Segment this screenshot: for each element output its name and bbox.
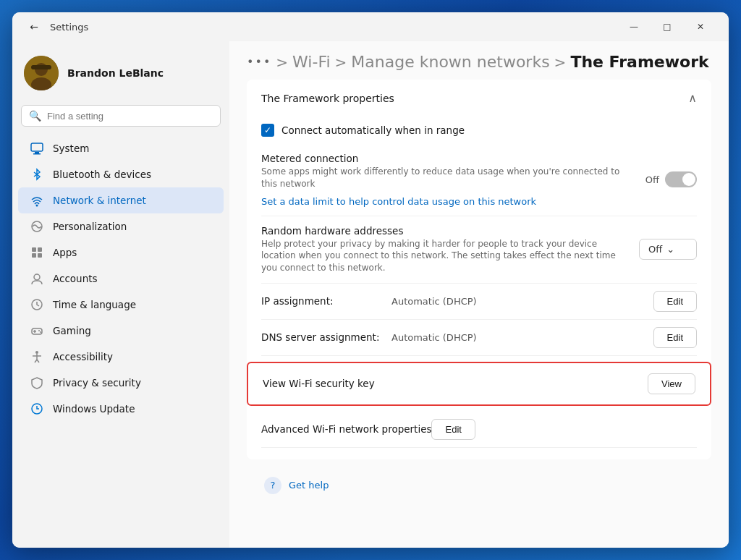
panel-title: The Framework properties: [261, 93, 394, 104]
network-icon: [30, 193, 44, 208]
random-hw-desc: Help protect your privacy by making it h…: [261, 238, 630, 274]
random-hw-info: Random hardware addresses Help protect y…: [261, 225, 630, 274]
random-hw-dropdown[interactable]: Off ⌄: [639, 239, 697, 260]
sidebar-label-privacy: Privacy & security: [53, 377, 141, 389]
apps-icon: [30, 245, 44, 260]
personalization-icon: [30, 219, 44, 234]
avatar[interactable]: [24, 56, 59, 90]
sidebar: Brandon LeBlanc 🔍 System Bluetooth & dev…: [12, 41, 229, 548]
panels-area: The Framework properties ∧ ✓ Connect aut…: [229, 80, 729, 523]
advanced-wifi-label: Advanced Wi-Fi network properties: [261, 423, 431, 435]
svg-rect-10: [32, 247, 36, 252]
settings-window: ← Settings — □ ✕ Brandon LeB: [12, 12, 729, 548]
breadcrumb-current: The Framework: [570, 53, 708, 71]
svg-point-20: [40, 331, 41, 333]
sidebar-label-accessibility: Accessibility: [53, 351, 113, 362]
breadcrumb-sep1: >: [276, 54, 288, 71]
panel-header[interactable]: The Framework properties ∧: [247, 80, 711, 116]
system-icon: [30, 141, 44, 156]
sidebar-label-time: Time & language: [53, 299, 136, 310]
random-hw-label: Random hardware addresses: [261, 225, 630, 237]
random-hw-row: Random hardware addresses Help protect y…: [261, 216, 697, 284]
sidebar-label-personalization: Personalization: [53, 221, 127, 232]
data-limit-link[interactable]: Set a data limit to help control data us…: [261, 196, 637, 207]
main-layout: Brandon LeBlanc 🔍 System Bluetooth & dev…: [12, 41, 729, 548]
search-icon: 🔍: [29, 110, 41, 122]
svg-rect-11: [38, 247, 42, 252]
get-help-section: ? Get help: [247, 465, 711, 506]
dns-label: DNS server assignment:: [261, 331, 391, 343]
time-icon: [30, 297, 44, 312]
sidebar-item-system[interactable]: System: [18, 135, 224, 161]
accounts-icon: [30, 271, 44, 286]
ip-value: Automatic (DHCP): [391, 296, 653, 307]
window-controls: — □ ✕: [617, 15, 717, 38]
checkmark-icon: ✓: [264, 125, 271, 135]
svg-rect-5: [31, 143, 43, 151]
svg-point-14: [34, 274, 40, 280]
sidebar-item-personalization[interactable]: Personalization: [18, 213, 224, 239]
wifi-key-view-button[interactable]: View: [648, 373, 695, 394]
breadcrumb-wifi[interactable]: Wi-Fi: [292, 53, 331, 71]
svg-point-21: [35, 351, 38, 354]
sidebar-item-network[interactable]: Network & internet: [18, 187, 224, 213]
ip-edit-button[interactable]: Edit: [653, 291, 697, 312]
breadcrumb-sep3: >: [554, 54, 567, 71]
chevron-up-icon: ∧: [688, 91, 697, 105]
framework-properties-panel: The Framework properties ∧ ✓ Connect aut…: [247, 80, 711, 459]
app-title: Settings: [50, 22, 88, 33]
sidebar-item-gaming[interactable]: Gaming: [18, 318, 224, 344]
sidebar-item-apps[interactable]: Apps: [18, 239, 224, 266]
breadcrumb-sep2: >: [335, 54, 347, 71]
metered-info: Metered connection Some apps might work …: [261, 153, 637, 207]
svg-rect-12: [32, 253, 36, 258]
user-section: Brandon LeBlanc: [12, 47, 229, 105]
sidebar-label-gaming: Gaming: [53, 325, 91, 336]
update-icon: [30, 402, 44, 416]
advanced-wifi-row: Advanced Wi-Fi network properties Edit: [261, 412, 697, 448]
metered-toggle-switch[interactable]: [665, 171, 697, 187]
dns-edit-button[interactable]: Edit: [653, 327, 697, 348]
bluetooth-icon: [30, 167, 44, 182]
dns-value: Automatic (DHCP): [391, 332, 653, 343]
svg-rect-6: [35, 152, 39, 153]
sidebar-label-accounts: Accounts: [53, 273, 98, 284]
breadcrumb-manage[interactable]: Manage known networks: [351, 53, 549, 71]
breadcrumb: ••• > Wi-Fi > Manage known networks > Th…: [247, 53, 709, 71]
metered-toggle-label: Off: [645, 174, 659, 185]
svg-point-8: [36, 205, 38, 207]
content-header: ••• > Wi-Fi > Manage known networks > Th…: [229, 41, 729, 80]
svg-rect-7: [33, 153, 41, 155]
connect-auto-label: Connect automatically when in range: [281, 124, 465, 136]
get-help-link[interactable]: Get help: [289, 480, 329, 491]
maximize-button[interactable]: □: [651, 15, 684, 38]
sidebar-item-privacy[interactable]: Privacy & security: [18, 370, 224, 396]
wifi-key-label: View Wi-Fi security key: [263, 378, 648, 389]
breadcrumb-dots[interactable]: •••: [247, 55, 271, 69]
connect-auto-checkbox[interactable]: ✓: [261, 124, 274, 137]
minimize-button[interactable]: —: [617, 15, 651, 38]
advanced-wifi-edit-button[interactable]: Edit: [431, 419, 475, 440]
sidebar-item-bluetooth[interactable]: Bluetooth & devices: [18, 161, 224, 187]
search-input[interactable]: [47, 111, 213, 122]
random-hw-value: Off: [648, 244, 662, 255]
sidebar-item-accessibility[interactable]: Accessibility: [18, 344, 224, 370]
sidebar-label-network: Network & internet: [53, 195, 146, 206]
search-box[interactable]: 🔍: [21, 105, 221, 127]
sidebar-item-update[interactable]: Windows Update: [18, 396, 224, 422]
close-button[interactable]: ✕: [684, 15, 717, 38]
ip-label: IP assignment:: [261, 295, 391, 307]
back-button[interactable]: ←: [24, 17, 44, 37]
chevron-down-icon: ⌄: [666, 244, 674, 255]
username: Brandon LeBlanc: [67, 67, 164, 79]
sidebar-label-apps: Apps: [53, 247, 77, 258]
privacy-icon: [30, 376, 44, 390]
sidebar-label-bluetooth: Bluetooth & devices: [53, 169, 151, 180]
help-icon: ?: [264, 477, 281, 494]
sidebar-item-accounts[interactable]: Accounts: [18, 266, 224, 292]
metered-desc: Some apps might work differently to redu…: [261, 166, 637, 190]
sidebar-item-time[interactable]: Time & language: [18, 292, 224, 318]
ip-assignment-row: IP assignment: Automatic (DHCP) Edit: [261, 284, 697, 320]
content-area: ••• > Wi-Fi > Manage known networks > Th…: [229, 41, 729, 548]
svg-point-19: [38, 330, 40, 331]
